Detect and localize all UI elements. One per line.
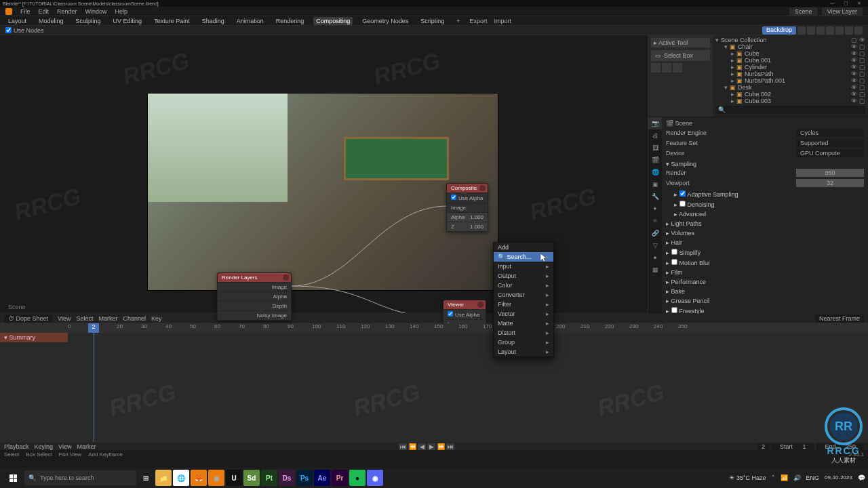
tray-sound-icon[interactable]: 🔊: [793, 474, 801, 481]
ws-compositing[interactable]: Compositing: [313, 17, 353, 25]
prop-section[interactable]: ▸ Performance: [666, 277, 864, 287]
backdrop-toggle[interactable]: Backdrop: [762, 26, 796, 35]
menu-window[interactable]: Window: [85, 8, 107, 15]
ds-select[interactable]: Select: [76, 315, 93, 322]
socket-alpha[interactable]: Alpha: [451, 214, 465, 220]
socket-image[interactable]: Image: [272, 284, 287, 290]
play-button[interactable]: ▶: [427, 443, 435, 450]
menu-edit[interactable]: Edit: [39, 8, 50, 15]
mini-icon-1[interactable]: [651, 63, 660, 73]
add-vector[interactable]: Vector▸: [494, 309, 553, 319]
prop-section[interactable]: ▸ Volumes: [666, 228, 864, 238]
app-pt[interactable]: Pt: [261, 470, 277, 486]
menu-render[interactable]: Render: [57, 8, 77, 15]
tab-texture[interactable]: ▦: [648, 264, 662, 276]
outliner-item[interactable]: ▸▣ Cube.002👁 ▢: [713, 91, 868, 98]
hdr-icon-7[interactable]: [854, 26, 863, 35]
app-spotify[interactable]: ●: [349, 470, 366, 486]
tl-marker[interactable]: Marker: [77, 443, 96, 450]
ws-uv[interactable]: UV Editing: [111, 17, 145, 25]
app-ae[interactable]: Ae: [314, 470, 330, 486]
tl-view[interactable]: View: [58, 443, 71, 450]
outliner-item[interactable]: ▸▣ Cube.003👁 ▢: [713, 98, 868, 104]
tray-wifi-icon[interactable]: 📶: [781, 474, 788, 481]
ws-geonodes[interactable]: Geometry Nodes: [359, 17, 411, 25]
outliner-item[interactable]: ▸▣ NurbsPath.001👁 ▢: [713, 77, 868, 84]
app-pr[interactable]: Pr: [332, 470, 348, 486]
node-composite[interactable]: Composite Use Alpha Image Alpha1.000 Z1.…: [446, 183, 488, 232]
app-ps[interactable]: Ps: [296, 470, 313, 486]
hdr-icon-5[interactable]: [835, 26, 844, 35]
hdr-icon-4[interactable]: [826, 26, 834, 35]
current-frame-input[interactable]: 2: [757, 443, 769, 450]
app-firefox[interactable]: 🦊: [191, 470, 207, 486]
prop-section[interactable]: ▸ Simplify: [666, 247, 864, 258]
use-alpha-checkbox[interactable]: [448, 311, 453, 317]
ws-texpaint[interactable]: Texture Paint: [151, 17, 193, 25]
node-collapse-icon[interactable]: [477, 302, 484, 308]
ds-key[interactable]: Key: [151, 315, 162, 322]
play-rev-button[interactable]: ◀: [418, 443, 426, 450]
socket-alpha[interactable]: Alpha: [273, 293, 287, 300]
tray-weather[interactable]: ☀ 35°C Haze: [729, 474, 766, 481]
outliner-search[interactable]: 🔍: [715, 106, 865, 114]
hdr-icon-2[interactable]: [807, 26, 815, 35]
feature-select[interactable]: Supported: [796, 139, 864, 147]
select-box-button[interactable]: ▭ Select Box: [651, 50, 710, 61]
outliner-item[interactable]: ▾▣ Desk👁 ▢: [713, 84, 868, 91]
ds-marker[interactable]: Marker: [98, 315, 117, 322]
outliner-item[interactable]: ▸▣ NurbsPath👁 ▢: [713, 70, 868, 77]
ws-sculpting[interactable]: Sculpting: [73, 17, 104, 25]
app-blender[interactable]: ◉: [208, 470, 224, 486]
node-collapse-icon[interactable]: [479, 185, 486, 191]
mini-icon-3[interactable]: [673, 63, 682, 73]
app-substance[interactable]: Sd: [243, 470, 260, 486]
prev-key-button[interactable]: ⏪: [408, 443, 416, 450]
tab-constraint[interactable]: 🔗: [648, 227, 662, 239]
maximize-button[interactable]: ▢: [840, 1, 852, 6]
add-group[interactable]: Group▸: [494, 338, 553, 347]
tab-world[interactable]: 🌐: [648, 166, 662, 178]
timeline-ruler[interactable]: 0102030405060708090100110120130140150160…: [0, 323, 868, 333]
tab-output[interactable]: 🖨: [648, 129, 662, 142]
tab-scene[interactable]: 🎬: [648, 154, 662, 166]
tab-render[interactable]: 📷: [648, 117, 662, 129]
prop-section[interactable]: ▸ Denoising: [666, 199, 864, 209]
viewport-samples-input[interactable]: 32: [796, 179, 864, 187]
outliner[interactable]: ▾Scene Collection▢ 👁 ▾▣ Chair👁 ▢▸▣ Cube👁…: [713, 35, 868, 117]
app-ds[interactable]: Ds: [279, 470, 295, 486]
outliner-root[interactable]: Scene Collection: [721, 37, 767, 43]
add-converter[interactable]: Converter▸: [494, 290, 553, 300]
outliner-item[interactable]: ▸▣ Cylinder👁 ▢: [713, 64, 868, 70]
sampling-section[interactable]: Sampling: [671, 161, 697, 167]
ws-shading[interactable]: Shading: [199, 17, 227, 25]
outliner-item[interactable]: ▸▣ Cube.001👁 ▢: [713, 57, 868, 64]
hdr-icon-3[interactable]: [816, 26, 825, 35]
prop-section[interactable]: ▸ Film: [666, 268, 864, 277]
viewlayer-selector[interactable]: View Layer: [822, 7, 863, 16]
ws-add[interactable]: +: [454, 17, 462, 25]
app-unreal[interactable]: U: [226, 470, 242, 486]
snap-select[interactable]: Nearest Frame: [815, 314, 864, 323]
next-key-button[interactable]: ⏩: [437, 443, 445, 450]
add-distort[interactable]: Distort▸: [494, 328, 553, 338]
mini-icon-2[interactable]: [662, 63, 671, 73]
socket-image[interactable]: Image: [451, 205, 466, 211]
outliner-item[interactable]: ▸▣ Cube👁 ▢: [713, 50, 868, 57]
add-input[interactable]: Input▸: [494, 262, 553, 271]
jump-end-button[interactable]: ⏭: [446, 443, 454, 450]
outliner-item[interactable]: ▾▣ Chair👁 ▢: [713, 43, 868, 50]
add-color[interactable]: Color▸: [494, 281, 553, 290]
use-alpha-checkbox[interactable]: [451, 195, 456, 200]
start-button[interactable]: [3, 468, 23, 488]
minimize-button[interactable]: —: [826, 1, 838, 5]
ds-channel[interactable]: Channel: [123, 315, 146, 322]
ws-scripting[interactable]: Scripting: [418, 17, 447, 25]
playhead[interactable]: 2: [88, 323, 99, 333]
hdr-icon-1[interactable]: [797, 26, 806, 35]
prop-section[interactable]: ▸ Hair: [666, 238, 864, 247]
node-render-layers[interactable]: Render Layers Image Alpha Depth Noisy Im…: [217, 272, 292, 321]
prop-section[interactable]: ▸ Grease Pencil: [666, 296, 864, 306]
tray-lang[interactable]: ENG: [806, 474, 820, 481]
app-discord[interactable]: ◉: [367, 470, 383, 486]
